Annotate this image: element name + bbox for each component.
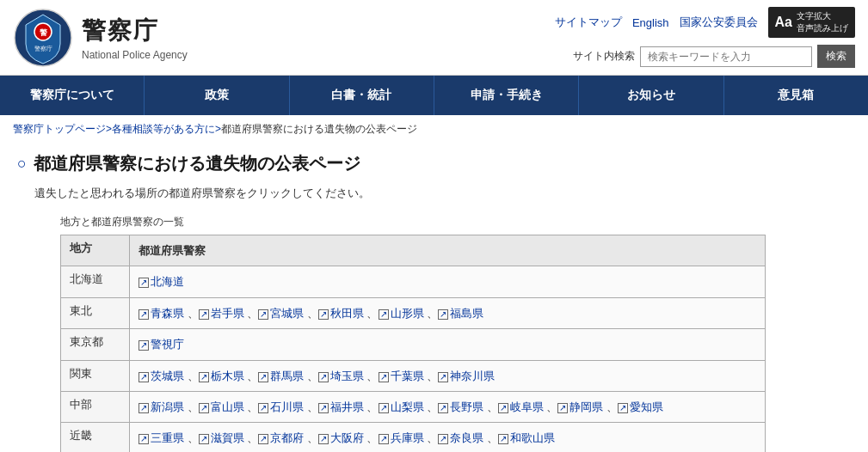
prefecture-cell: ↗警視庁 — [130, 329, 766, 360]
table-row: 近畿↗三重県 、↗滋賀県 、↗京都府 、↗大阪府 、↗兵庫県 、↗奈良県 、↗和… — [61, 423, 766, 452]
sitemap-link[interactable]: サイトマップ — [555, 15, 622, 30]
search-label: サイト内検索 — [573, 49, 635, 64]
prefecture-link[interactable]: ↗福島県 — [438, 307, 483, 320]
prefecture-link[interactable]: ↗北海道 — [139, 275, 184, 288]
table-section-label: 地方と都道府県警察の一覧 — [60, 215, 851, 229]
region-cell: 北海道 — [61, 266, 130, 297]
logo-area: 警 警察庁 警察庁 National Police Agency — [13, 8, 188, 68]
col-header-prefecture: 都道府県警察 — [130, 235, 766, 266]
aa-icon: Aa — [775, 15, 792, 30]
region-cell: 近畿 — [61, 423, 130, 452]
prefecture-link[interactable]: ↗愛知県 — [618, 400, 663, 413]
font-expand-label[interactable]: 文字拡大 — [797, 10, 848, 22]
prefecture-cell: ↗三重県 、↗滋賀県 、↗京都府 、↗大阪府 、↗兵庫県 、↗奈良県 、↗和歌山… — [130, 423, 766, 452]
accessibility-box: Aa 文字拡大 音声読み上げ — [768, 7, 855, 38]
prefecture-link[interactable]: ↗和歌山県 — [498, 431, 555, 444]
prefecture-link[interactable]: ↗福井県 — [318, 400, 364, 413]
search-row: サイト内検索 検索 — [573, 45, 855, 68]
nav-item-feedback[interactable]: 意見箱 — [724, 76, 868, 115]
region-cell: 関東 — [61, 360, 130, 391]
table-row: 関東↗茨城県 、↗栃木県 、↗群馬県 、↗埼玉県 、↗千葉県 、↗神奈川県 — [61, 360, 766, 391]
svg-text:警察庁: 警察庁 — [34, 46, 52, 52]
prefecture-link[interactable]: ↗宮城県 — [258, 307, 304, 320]
header: 警 警察庁 警察庁 National Police Agency サイトマップ … — [0, 0, 868, 76]
col-header-region: 地方 — [61, 235, 130, 266]
npa-committee-link[interactable]: 国家公安委員会 — [680, 15, 758, 30]
agency-name: 警察庁 National Police Agency — [82, 15, 188, 61]
prefecture-cell: ↗青森県 、↗岩手県 、↗宮城県 、↗秋田県 、↗山形県 、↗福島県 — [130, 297, 766, 328]
search-input[interactable] — [640, 46, 812, 67]
region-cell: 東北 — [61, 297, 130, 328]
english-link[interactable]: English — [632, 16, 669, 29]
breadcrumb: 警察庁トップページ>各種相談等がある方に>都道府県警察における遺失物の公表ページ — [0, 115, 868, 144]
prefecture-link[interactable]: ↗富山県 — [199, 400, 244, 413]
header-right: サイトマップ English 国家公安委員会 Aa 文字拡大 音声読み上げ サイ… — [555, 7, 855, 68]
subtitle: 遺失したと思われる場所の都道府県警察をクリックしてください。 — [17, 186, 851, 201]
table-container: 地方と都道府県警察の一覧 地方 都道府県警察 北海道↗北海道東北↗青森県 、↗岩… — [60, 215, 851, 452]
prefecture-cell: ↗北海道 — [130, 266, 766, 297]
prefecture-link[interactable]: ↗栃木県 — [199, 370, 244, 382]
prefecture-link[interactable]: ↗埼玉県 — [318, 370, 364, 382]
agency-name-jp: 警察庁 — [82, 15, 188, 47]
nav-item-about[interactable]: 警察庁について — [0, 76, 145, 115]
prefecture-link[interactable]: ↗岩手県 — [199, 307, 244, 320]
prefecture-link[interactable]: ↗山梨県 — [379, 400, 424, 413]
prefecture-link[interactable]: ↗山形県 — [379, 307, 424, 320]
header-links: サイトマップ English 国家公安委員会 Aa 文字拡大 音声読み上げ — [555, 7, 855, 38]
region-cell: 中部 — [61, 391, 130, 422]
nav-item-policy[interactable]: 政策 — [145, 76, 289, 115]
table-row: 東京都↗警視庁 — [61, 329, 766, 360]
prefecture-table: 地方 都道府県警察 北海道↗北海道東北↗青森県 、↗岩手県 、↗宮城県 、↗秋田… — [60, 235, 766, 452]
prefecture-link[interactable]: ↗長野県 — [438, 400, 483, 413]
nav-item-news[interactable]: お知らせ — [579, 76, 723, 115]
table-row: 東北↗青森県 、↗岩手県 、↗宮城県 、↗秋田県 、↗山形県 、↗福島県 — [61, 297, 766, 328]
prefecture-link[interactable]: ↗青森県 — [139, 307, 184, 320]
nav-item-application[interactable]: 申請・手続き — [434, 76, 579, 115]
prefecture-link[interactable]: ↗岐阜県 — [498, 400, 544, 413]
prefecture-link[interactable]: ↗石川県 — [258, 400, 304, 413]
region-cell: 東京都 — [61, 329, 130, 360]
table-row: 北海道↗北海道 — [61, 266, 766, 297]
prefecture-link[interactable]: ↗神奈川県 — [438, 370, 495, 382]
breadcrumb-home[interactable]: 警察庁トップページ — [13, 123, 106, 135]
prefecture-link[interactable]: ↗京都府 — [258, 431, 304, 444]
search-button[interactable]: 検索 — [817, 45, 855, 68]
prefecture-link[interactable]: ↗警視庁 — [139, 338, 184, 351]
breadcrumb-consultation[interactable]: 各種相談等がある方に — [112, 123, 215, 135]
prefecture-cell: ↗新潟県 、↗富山県 、↗石川県 、↗福井県 、↗山梨県 、↗長野県 、↗岐阜県… — [130, 391, 766, 422]
agency-name-en: National Police Agency — [82, 49, 188, 61]
page-title: 都道府県警察における遺失物の公表ページ — [34, 152, 360, 175]
logo-icon: 警 警察庁 — [13, 8, 73, 68]
prefecture-link[interactable]: ↗兵庫県 — [379, 431, 424, 444]
prefecture-link[interactable]: ↗秋田県 — [318, 307, 364, 320]
prefecture-link[interactable]: ↗奈良県 — [438, 431, 483, 444]
main-nav: 警察庁について 政策 白書・統計 申請・手続き お知らせ 意見箱 — [0, 76, 868, 115]
prefecture-link[interactable]: ↗静岡県 — [557, 400, 603, 413]
prefecture-cell: ↗茨城県 、↗栃木県 、↗群馬県 、↗埼玉県 、↗千葉県 、↗神奈川県 — [130, 360, 766, 391]
accessibility-labels: 文字拡大 音声読み上げ — [797, 10, 848, 34]
prefecture-link[interactable]: ↗群馬県 — [258, 370, 304, 382]
page-title-container: ○ 都道府県警察における遺失物の公表ページ — [17, 152, 851, 175]
prefecture-link[interactable]: ↗滋賀県 — [199, 431, 244, 444]
prefecture-link[interactable]: ↗茨城県 — [139, 370, 184, 382]
prefecture-link[interactable]: ↗千葉県 — [379, 370, 424, 382]
prefecture-link[interactable]: ↗三重県 — [139, 431, 184, 444]
prefecture-link[interactable]: ↗新潟県 — [139, 400, 184, 413]
prefecture-link[interactable]: ↗大阪府 — [318, 431, 364, 444]
svg-text:警: 警 — [40, 28, 48, 37]
breadcrumb-current: 都道府県警察における遺失物の公表ページ — [221, 123, 417, 135]
nav-item-whitepaper[interactable]: 白書・統計 — [290, 76, 434, 115]
voice-read-label[interactable]: 音声読み上げ — [797, 22, 848, 34]
main-content: ○ 都道府県警察における遺失物の公表ページ 遺失したと思われる場所の都道府県警察… — [0, 144, 868, 452]
table-header-row: 地方 都道府県警察 — [61, 235, 766, 266]
table-row: 中部↗新潟県 、↗富山県 、↗石川県 、↗福井県 、↗山梨県 、↗長野県 、↗岐… — [61, 391, 766, 422]
title-bullet: ○ — [17, 155, 27, 173]
